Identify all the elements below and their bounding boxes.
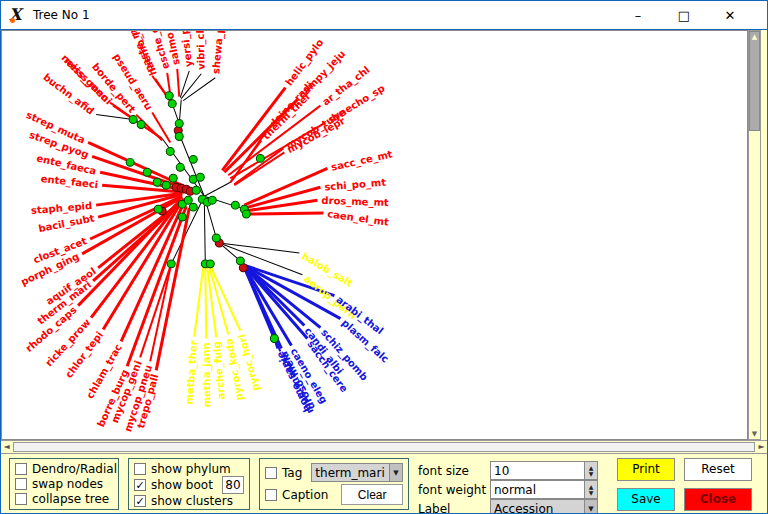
font-options-group: font size 10 ▲▼ font weight normal ▲▼ La… <box>418 458 606 510</box>
taxon-label[interactable]: sacc_ce_mt <box>330 148 394 173</box>
taxon-label[interactable]: shewa_putr <box>210 31 228 74</box>
tree-node-green[interactable] <box>154 205 162 213</box>
scroll-left-icon[interactable]: ◄ <box>1 441 12 453</box>
tree-node-green[interactable] <box>206 260 214 268</box>
taxon-label[interactable]: bacil_subt <box>38 212 96 235</box>
font-weight-spinner[interactable]: normal ▲▼ <box>490 480 598 499</box>
tree-branch <box>205 268 206 339</box>
tree-canvas[interactable]: strep_mutastrep_pyogente_faecaente_faeci… <box>1 30 748 440</box>
show-phylum-label: show phylum <box>151 462 231 476</box>
swap-nodes-checkbox[interactable] <box>15 478 27 490</box>
tree-node-green[interactable] <box>242 210 250 218</box>
minimize-button[interactable]: – <box>615 1 661 30</box>
vertical-scrollbar-thumb[interactable]: ▲ <box>749 31 760 131</box>
dropdown-arrow-icon[interactable]: ▼ <box>584 500 597 514</box>
boot-threshold-input[interactable]: 80 <box>222 476 244 494</box>
tree-branch <box>183 78 215 101</box>
font-size-value: 10 <box>491 464 584 478</box>
taxon-label[interactable]: caen_el_mt <box>326 208 389 229</box>
x11-app-icon: X <box>9 6 27 24</box>
tree-node-green[interactable] <box>166 147 174 155</box>
horizontal-scrollbar-thumb[interactable] <box>13 442 755 452</box>
tag-label: Tag <box>282 466 302 480</box>
tree-node-green[interactable] <box>270 335 278 343</box>
taxon-label[interactable]: metba_ther <box>184 340 201 405</box>
swap-nodes-label: swap nodes <box>32 477 103 491</box>
caption-checkbox[interactable] <box>265 489 277 501</box>
show-boot-label: show boot <box>151 478 213 492</box>
tree-node-green[interactable] <box>129 116 137 124</box>
tree-node-green[interactable] <box>126 158 134 166</box>
tree-node-green[interactable] <box>189 155 197 163</box>
tree-node-green[interactable] <box>189 203 197 211</box>
spinner-arrows-icon[interactable]: ▲▼ <box>584 481 597 498</box>
scroll-down-icon[interactable]: ▼ <box>749 430 760 438</box>
window-controls: – □ ✕ <box>615 1 767 30</box>
taxon-label[interactable]: vibri_chol <box>194 31 207 70</box>
reset-button[interactable]: Reset <box>684 458 752 481</box>
taxon-label[interactable]: dros_me_mt <box>321 195 389 209</box>
tree-node-green[interactable] <box>168 100 176 108</box>
horizontal-scrollbar[interactable]: ◄ ► <box>1 440 767 454</box>
tree-node-green[interactable] <box>178 213 186 221</box>
maximize-button[interactable]: □ <box>661 1 707 30</box>
canvas-row: strep_mutastrep_pyogente_faecaente_faeci… <box>1 30 767 440</box>
vertical-scrollbar[interactable]: ▲ ▼ <box>748 30 761 440</box>
tree-node-green[interactable] <box>208 196 216 204</box>
tree-node-green[interactable] <box>176 163 184 171</box>
tree-node-green[interactable] <box>184 196 192 204</box>
tree-node-green[interactable] <box>192 186 200 194</box>
tree-node-green[interactable] <box>212 234 220 242</box>
tag-dropdown-value: therm_mari <box>312 466 389 480</box>
scroll-right-icon[interactable]: ► <box>756 441 767 453</box>
action-buttons: Print Reset Save Close <box>617 458 752 510</box>
tree-node-green[interactable] <box>256 154 264 162</box>
tree-node-green[interactable] <box>236 257 244 265</box>
show-phylum-checkbox[interactable] <box>134 463 146 475</box>
tree-node-green[interactable] <box>231 201 239 209</box>
close-window-button[interactable]: ✕ <box>707 1 753 30</box>
collapse-tree-label: collapse tree <box>32 492 109 506</box>
font-size-label: font size <box>418 464 490 478</box>
show-clusters-checkbox[interactable]: ✓ <box>134 495 146 507</box>
tree-node-green[interactable] <box>196 173 204 181</box>
tag-checkbox[interactable] <box>265 467 277 479</box>
font-size-spinner[interactable]: 10 ▲▼ <box>490 461 598 480</box>
tree-node-green[interactable] <box>167 260 175 268</box>
view-options-group: Dendro/Radial swap nodes collapse tree <box>9 458 119 510</box>
tag-dropdown[interactable]: therm_mari ▼ <box>311 463 403 482</box>
dendro-radial-checkbox[interactable] <box>15 463 27 475</box>
print-button[interactable]: Print <box>617 458 675 481</box>
close-button[interactable]: Close <box>684 488 752 511</box>
tree-branch <box>244 213 323 214</box>
window-title: Tree No 1 <box>33 8 90 22</box>
phylogenetic-tree[interactable]: strep_mutastrep_pyogente_faecaente_faeci… <box>2 31 747 439</box>
scroll-up-icon[interactable]: ▲ <box>750 32 759 42</box>
tag-caption-group: Tag therm_mari ▼ Caption Clear <box>259 458 409 510</box>
tree-node-green[interactable] <box>165 92 173 100</box>
show-clusters-label: show clusters <box>151 494 233 508</box>
clear-button[interactable]: Clear <box>341 484 403 505</box>
tree-node-green[interactable] <box>137 121 145 129</box>
tree-node-green[interactable] <box>175 120 183 128</box>
collapse-tree-checkbox[interactable] <box>15 493 27 505</box>
tree-node-green[interactable] <box>162 181 170 189</box>
tree-node-green[interactable] <box>143 168 151 176</box>
tree-node-green[interactable] <box>153 178 161 186</box>
show-boot-checkbox[interactable]: ✓ <box>134 479 146 491</box>
display-options-group: show phylum ✓ show boot 80 ✓ show cluste… <box>128 458 250 510</box>
icon-orange-dot <box>10 18 15 23</box>
tree-branch <box>140 264 171 358</box>
spinner-arrows-icon[interactable]: ▲▼ <box>584 462 597 479</box>
app-window: X Tree No 1 – □ ✕ strep_mutastrep_pyogen… <box>0 0 768 514</box>
tree-node-green[interactable] <box>169 174 177 182</box>
save-button[interactable]: Save <box>617 488 675 511</box>
tree-edge <box>204 196 205 263</box>
tree-node-green[interactable] <box>175 133 183 141</box>
label-mode-label: Label <box>418 502 490 514</box>
label-mode-dropdown[interactable]: Accession ▼ <box>490 499 598 514</box>
tree-branch <box>194 267 203 337</box>
taxon-label[interactable]: ente_faeci <box>40 173 99 191</box>
taxon-label[interactable]: schi_po_mt <box>324 177 387 194</box>
dropdown-arrow-icon[interactable]: ▼ <box>389 464 402 481</box>
